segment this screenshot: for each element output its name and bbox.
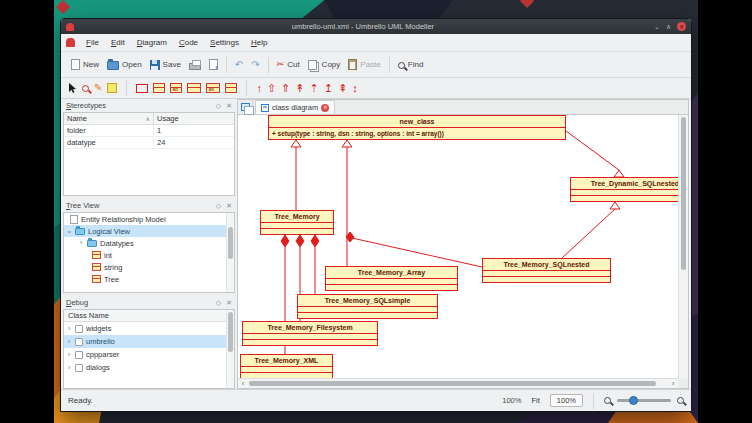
composition-tool[interactable]: ↟: [295, 83, 304, 94]
close-button[interactable]: ✕: [677, 22, 686, 31]
expander-closed-icon[interactable]: ›: [78, 239, 84, 247]
stereotypes-dock-header[interactable]: Stereotypes ◇ ✕: [63, 99, 235, 112]
class-box-tree-memory-array[interactable]: Tree_Memory_Array: [325, 266, 458, 291]
expander-closed-icon[interactable]: ›: [66, 364, 72, 372]
class-tool[interactable]: [153, 83, 165, 93]
class-box-new-class[interactable]: new_class + setup(type : string, dsn : s…: [268, 115, 566, 140]
aggregation-tool[interactable]: ↥: [324, 83, 333, 94]
expander-closed-icon[interactable]: ›: [66, 325, 72, 333]
scrollbar-thumb[interactable]: [249, 381, 656, 386]
class-box-tree-memory[interactable]: Tree_Memory: [260, 210, 334, 235]
scrollbar-thumb[interactable]: [681, 117, 686, 270]
debug-dock-header[interactable]: Debug ◇ ✕: [63, 296, 235, 309]
generalization-tree-memory-newclass[interactable]: [291, 140, 301, 210]
aggregation-tree-memory-sqlsimple[interactable]: [311, 235, 319, 294]
debug-item-widgets[interactable]: › widgets: [64, 322, 234, 335]
checkbox[interactable]: [75, 338, 83, 346]
menu-settings[interactable]: Settings: [204, 36, 245, 49]
menu-edit[interactable]: Edit: [105, 36, 131, 49]
find-button[interactable]: Find: [394, 57, 428, 72]
dock-float-icon[interactable]: ◇: [216, 299, 221, 306]
scrollbar-thumb[interactable]: [228, 312, 233, 352]
tree-view-dock-header[interactable]: Tree View ◇ ✕: [63, 199, 235, 212]
zoom-in-icon[interactable]: [677, 397, 684, 404]
tree-scrollbar[interactable]: [226, 213, 234, 292]
zoom-slider[interactable]: [617, 399, 671, 402]
tree-item-datatypes[interactable]: › Datatypes: [64, 237, 234, 249]
horizontal-scrollbar[interactable]: ‹ ›: [238, 378, 678, 388]
checkbox[interactable]: [75, 325, 83, 333]
tree-item-entity-relationship-model[interactable]: Entity Relationship Model: [64, 213, 234, 225]
debug-item-dialogs[interactable]: › dialogs: [64, 361, 234, 374]
box-tool[interactable]: [136, 84, 148, 93]
zoom-out-icon[interactable]: [604, 397, 611, 404]
generalization-dynamic-newclass[interactable]: [566, 131, 624, 177]
scrollbar-thumb[interactable]: [228, 227, 233, 259]
realization-tool[interactable]: ⇑: [281, 83, 290, 94]
dock-float-icon[interactable]: ◇: [216, 102, 221, 109]
dock-close-icon[interactable]: ✕: [226, 102, 232, 109]
generalization-array-newclass[interactable]: [342, 140, 352, 266]
copy-button[interactable]: Copy: [304, 57, 345, 73]
generalization-tool[interactable]: ⇧: [267, 83, 276, 94]
zoom-slider-handle[interactable]: [629, 396, 638, 405]
expander-closed-icon[interactable]: ›: [66, 338, 72, 346]
diagram-canvas[interactable]: new_class + setup(type : string, dsn : s…: [238, 115, 678, 378]
datatype-tool[interactable]: [170, 83, 182, 93]
tree-item-logical-view[interactable]: ⌄ Logical View: [64, 225, 234, 237]
tree-item-tree[interactable]: Tree: [64, 273, 234, 285]
expander-closed-icon[interactable]: ›: [66, 351, 72, 359]
selection-tool[interactable]: [67, 82, 77, 94]
tree-item-string[interactable]: string: [64, 261, 234, 273]
expander-open-icon[interactable]: ⌄: [66, 227, 72, 235]
generalization-sqlnested-dynamic[interactable]: [562, 202, 620, 258]
tree-item-int[interactable]: int: [64, 249, 234, 261]
dock-close-icon[interactable]: ✕: [226, 299, 232, 306]
interface-tool[interactable]: [187, 83, 201, 93]
dock-float-icon[interactable]: ◇: [216, 202, 221, 209]
class-box-tree-memory-xml[interactable]: Tree_Memory_XML: [240, 354, 333, 378]
debug-item-umbrello[interactable]: › umbrello: [64, 335, 234, 348]
class-name-column-header[interactable]: Class Name: [64, 310, 234, 322]
open-button[interactable]: Open: [103, 56, 146, 73]
fit-button[interactable]: Fit: [527, 395, 543, 406]
class-box-tree-memory-sqlnested[interactable]: Tree_Memory_SQLnested: [482, 258, 611, 283]
enum-tool[interactable]: [206, 83, 220, 93]
dock-close-icon[interactable]: ✕: [226, 202, 232, 209]
menu-diagram[interactable]: Diagram: [131, 36, 173, 49]
menu-file[interactable]: File: [80, 36, 105, 49]
association-tool[interactable]: ↑: [256, 83, 262, 94]
zoom-tool[interactable]: [82, 85, 89, 92]
anchor-tool[interactable]: ↕: [352, 83, 358, 94]
table-row[interactable]: folder 1: [64, 125, 234, 137]
table-row[interactable]: datatype 24: [64, 137, 234, 149]
note-tool[interactable]: [107, 83, 117, 93]
vertical-scrollbar[interactable]: [678, 115, 688, 378]
class-box-tree-dynamic-sqlnested[interactable]: Tree_Dynamic_SQLnested: [570, 177, 678, 202]
scroll-right-icon[interactable]: ›: [668, 379, 678, 388]
redo-button[interactable]: ↷: [247, 57, 263, 73]
menu-help[interactable]: Help: [245, 36, 273, 49]
column-usage[interactable]: Usage: [154, 113, 234, 124]
class-box-tree-memory-sqlsimple[interactable]: Tree_Memory_SQLsimple: [297, 294, 438, 319]
tab-list-button[interactable]: [238, 100, 253, 114]
dependency-tool[interactable]: ⇡: [310, 83, 319, 94]
debug-scrollbar[interactable]: [226, 310, 234, 388]
scroll-left-icon[interactable]: ‹: [238, 379, 248, 388]
menu-code[interactable]: Code: [173, 36, 204, 49]
column-name[interactable]: Name∧: [64, 113, 154, 124]
new-button[interactable]: New: [67, 56, 103, 73]
aggregation-tree-memory-sqlnested[interactable]: [346, 232, 482, 267]
containment-tool[interactable]: ⇞: [338, 83, 347, 94]
class-box-tree-memory-filesystem[interactable]: Tree_Memory_Filesystem: [242, 321, 378, 346]
cut-button[interactable]: ✂Cut: [273, 57, 304, 72]
export-button[interactable]: [205, 56, 222, 73]
maximize-button[interactable]: ∧: [666, 23, 671, 30]
zoom-value-button[interactable]: 100%: [550, 394, 583, 407]
checkbox[interactable]: [75, 364, 83, 372]
save-button[interactable]: Save: [146, 57, 185, 73]
pencil-tool[interactable]: ✎: [94, 83, 102, 93]
debug-item-cppparser[interactable]: › cppparser: [64, 348, 234, 361]
titlebar[interactable]: umbrello-uml.xmi - Umbrello UML Modeller…: [61, 19, 691, 34]
package-tool[interactable]: [225, 83, 237, 93]
